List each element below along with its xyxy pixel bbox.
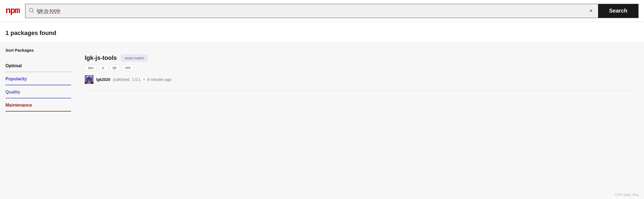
footer-watermark: CSDN @lgk_Blog: [614, 193, 639, 196]
results-header: 1 packages found: [0, 22, 644, 42]
sidebar-item-quality[interactable]: Quality: [5, 85, 71, 98]
search-container: × Search: [25, 4, 639, 18]
search-icon: [29, 8, 34, 14]
svg-rect-4: [92, 75, 93, 76]
tag-lgk[interactable]: lgk: [110, 65, 120, 71]
package-name-link[interactable]: lgk-js-tools: [85, 54, 117, 62]
time-ago: 8 minutes ago: [147, 77, 171, 82]
package-header: lgk-js-tools exact match: [85, 54, 636, 62]
sidebar-item-optimal[interactable]: Optimal: [5, 59, 71, 72]
package-version: 1.0.1: [132, 77, 140, 82]
tag-js[interactable]: js: [99, 65, 107, 71]
packages-list: lgk-js-tools exact match ajax js lgk uti…: [77, 42, 644, 199]
sidebar-item-popularity[interactable]: Popularity: [5, 72, 71, 85]
published-label: published: [113, 77, 129, 82]
search-input[interactable]: [37, 8, 585, 14]
sidebar-item-maintenance[interactable]: Maintenance: [5, 98, 71, 112]
svg-rect-6: [90, 76, 91, 77]
svg-rect-11: [88, 80, 90, 81]
search-button[interactable]: Search: [598, 4, 638, 18]
results-count: 1 packages found: [5, 30, 56, 36]
svg-rect-13: [91, 82, 93, 84]
header: npm × Search: [0, 0, 644, 22]
tag-ajax[interactable]: ajax: [85, 65, 97, 71]
svg-rect-12: [85, 82, 87, 84]
search-input-wrapper: ×: [25, 4, 598, 18]
svg-rect-3: [85, 75, 86, 76]
npm-logo: npm: [5, 6, 20, 16]
clear-button[interactable]: ×: [587, 7, 595, 15]
svg-rect-5: [87, 76, 88, 77]
sidebar: Sort Packages Optimal Popularity Quality…: [0, 42, 77, 199]
tags-container: ajax js lgk utils: [85, 65, 636, 71]
svg-rect-10: [90, 81, 91, 83]
publisher-name[interactable]: lgk2020: [96, 77, 110, 82]
exact-match-badge: exact match: [121, 55, 147, 62]
tag-utils[interactable]: utils: [122, 65, 134, 71]
svg-line-1: [32, 11, 33, 13]
package-meta: lgk2020 published 1.0.1 • 8 minutes ago: [85, 75, 636, 84]
package-card: lgk-js-tools exact match ajax js lgk uti…: [85, 48, 636, 91]
sort-title: Sort Packages: [5, 48, 71, 52]
svg-rect-7: [87, 77, 91, 78]
main-content: Sort Packages Optimal Popularity Quality…: [0, 42, 644, 199]
svg-rect-9: [87, 81, 88, 83]
dot-separator: •: [143, 77, 145, 82]
publisher-avatar: [85, 75, 93, 84]
